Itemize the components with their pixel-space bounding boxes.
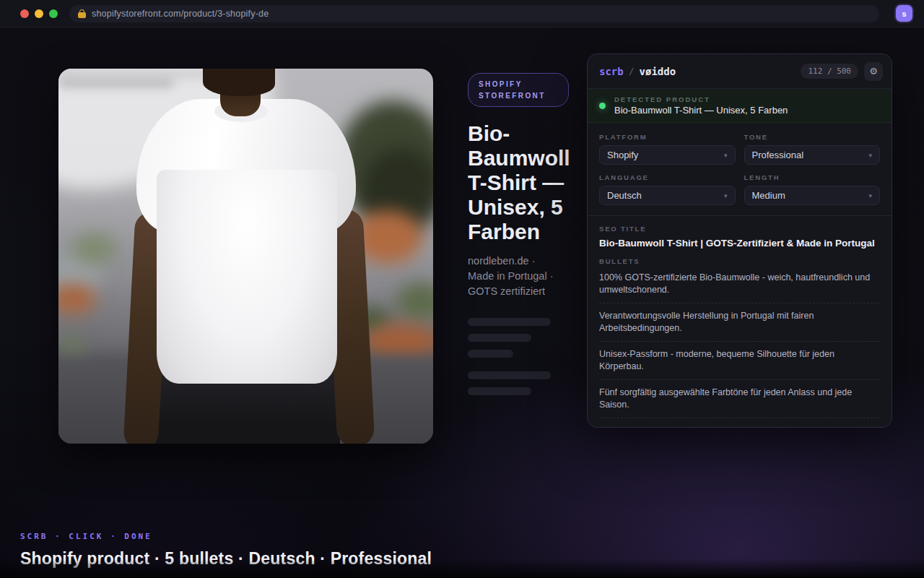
- chevron-down-icon: ▾: [868, 152, 872, 159]
- status-footer: SCRB · CLICK · DONE Shopify product · 5 …: [20, 532, 432, 569]
- detected-site-name: vøiddo: [640, 66, 676, 77]
- length-select[interactable]: Medium ▾: [744, 186, 881, 205]
- brand-separator: /: [629, 66, 635, 77]
- field-tone: TONE Professional ▾: [744, 133, 881, 165]
- avatar[interactable]: s: [896, 5, 912, 22]
- skeleton-bar: [468, 371, 551, 379]
- zoom-button[interactable]: [49, 9, 58, 18]
- language-value: Deutsch: [607, 190, 642, 201]
- language-select[interactable]: Deutsch ▾: [599, 186, 736, 205]
- length-label: LENGTH: [744, 173, 881, 181]
- bullet-item: Verantwortungsvolle Herstellung in Portu…: [599, 303, 880, 342]
- url-text: shopifystorefront.com/product/3-shopify-…: [92, 9, 269, 19]
- platform-label: PLATFORM: [599, 133, 736, 141]
- product-title: Bio-Baumwoll T-Shirt — Unisex, 5 Farben: [468, 121, 567, 244]
- seo-title-label: SEO TITLE: [599, 225, 880, 233]
- bullets-label: BULLETS: [599, 257, 880, 265]
- skeleton-bar: [468, 350, 513, 358]
- generation-settings-form: PLATFORM Shopify ▾ TONE Professional ▾ L…: [588, 123, 892, 216]
- url-bar[interactable]: shopifystorefront.com/product/3-shopify-…: [69, 5, 879, 22]
- bullet-item: Unisex-Passform - moderne, bequeme Silho…: [599, 342, 880, 380]
- photo-shelf: [58, 69, 225, 79]
- field-length: LENGTH Medium ▾: [744, 173, 881, 205]
- product-meta: nordleben.de · Made in Portugal · GOTS z…: [468, 254, 562, 299]
- loading-skeletons: [468, 318, 569, 395]
- chevron-down-icon: ▾: [724, 152, 728, 159]
- usage-counter: 112 / 500: [801, 64, 858, 79]
- field-language: LANGUAGE Deutsch ▾: [599, 173, 736, 205]
- platform-value: Shopify: [607, 150, 638, 160]
- platform-select[interactable]: Shopify ▾: [599, 145, 736, 165]
- chevron-down-icon: ▾: [868, 192, 872, 199]
- workflow-steps: SCRB · CLICK · DONE: [20, 532, 432, 541]
- browser-chrome: shopifystorefront.com/product/3-shopify-…: [0, 0, 924, 27]
- language-label: LANGUAGE: [599, 173, 736, 181]
- skeleton-bar: [468, 387, 531, 395]
- length-value: Medium: [752, 190, 785, 201]
- detected-product-value: Bio-Baumwoll T-Shirt — Unisex, 5 Farben: [614, 105, 788, 116]
- storefront-badge: SHOPIFY STOREFRONT: [468, 73, 569, 107]
- photo-shelf: [58, 79, 174, 87]
- tshirt-body: [157, 170, 337, 384]
- panel-header: scrb / vøiddo 112 / 500 ⚙: [588, 54, 892, 89]
- brand-name: scrb: [599, 66, 624, 77]
- tone-select[interactable]: Professional ▾: [744, 145, 881, 165]
- photo-pot: [58, 284, 96, 314]
- seo-title-value: Bio-Baumwoll T-Shirt | GOTS-Zertifiziert…: [599, 238, 880, 249]
- bullet-item: 100% GOTS-zertifizierte Bio-Baumwolle - …: [599, 265, 880, 303]
- page-background: SHOPIFY STOREFRONT Bio-Baumwoll T-Shirt …: [0, 27, 924, 578]
- model-head: [203, 69, 275, 96]
- detected-product-banner: DETECTED PRODUCT Bio-Baumwoll T-Shirt — …: [588, 89, 892, 123]
- photo-plant: [396, 282, 433, 320]
- skeleton-bar: [468, 318, 551, 326]
- tone-value: Professional: [752, 150, 804, 160]
- skeleton-bar: [468, 334, 531, 342]
- lock-icon: [78, 9, 86, 18]
- field-platform: PLATFORM Shopify ▾: [599, 133, 736, 165]
- photo-plant: [71, 233, 118, 264]
- tone-label: TONE: [744, 133, 881, 141]
- product-summary-column: SHOPIFY STOREFRONT Bio-Baumwoll T-Shirt …: [468, 73, 569, 403]
- generation-summary: Shopify product · 5 bullets · Deutsch · …: [20, 549, 432, 569]
- detected-product-label: DETECTED PRODUCT: [614, 95, 788, 103]
- generated-output: SEO TITLE Bio-Baumwoll T-Shirt | GOTS-Ze…: [588, 216, 892, 428]
- bullet-item: Fünf sorgfältig ausgewählte Farbtöne für…: [599, 380, 880, 418]
- close-button[interactable]: [20, 9, 29, 18]
- chevron-down-icon: ▾: [724, 192, 728, 199]
- gear-icon[interactable]: ⚙: [864, 62, 883, 81]
- scrb-extension-panel: scrb / vøiddo 112 / 500 ⚙ DETECTED PRODU…: [587, 53, 892, 428]
- minimize-button[interactable]: [35, 9, 43, 18]
- product-photo: [58, 69, 433, 444]
- bullet-item: Atmungsaktiv und langlebig - das perfekt…: [599, 418, 880, 428]
- status-dot-icon: [599, 103, 606, 109]
- window-controls: [20, 9, 58, 18]
